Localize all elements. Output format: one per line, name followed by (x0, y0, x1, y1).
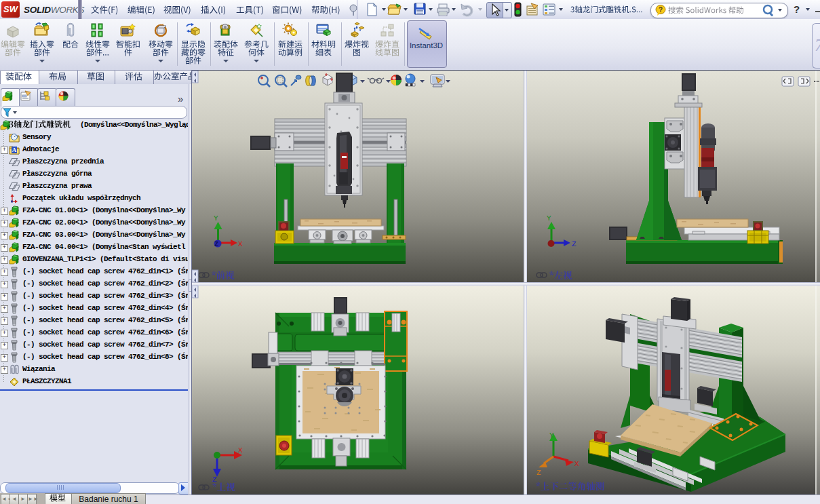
svg-text:X: X (574, 460, 579, 468)
svg-text:Z: Z (572, 240, 577, 248)
svg-text:X: X (238, 446, 243, 454)
svg-text:Z: Z (214, 241, 218, 248)
svg-text:Y: Y (214, 214, 218, 222)
svg-text:Y: Y (549, 431, 554, 440)
svg-text:?: ? (659, 6, 663, 14)
svg-text:Y: Y (547, 214, 551, 222)
svg-text:Z: Z (536, 469, 541, 477)
svg-text:X: X (238, 240, 243, 248)
